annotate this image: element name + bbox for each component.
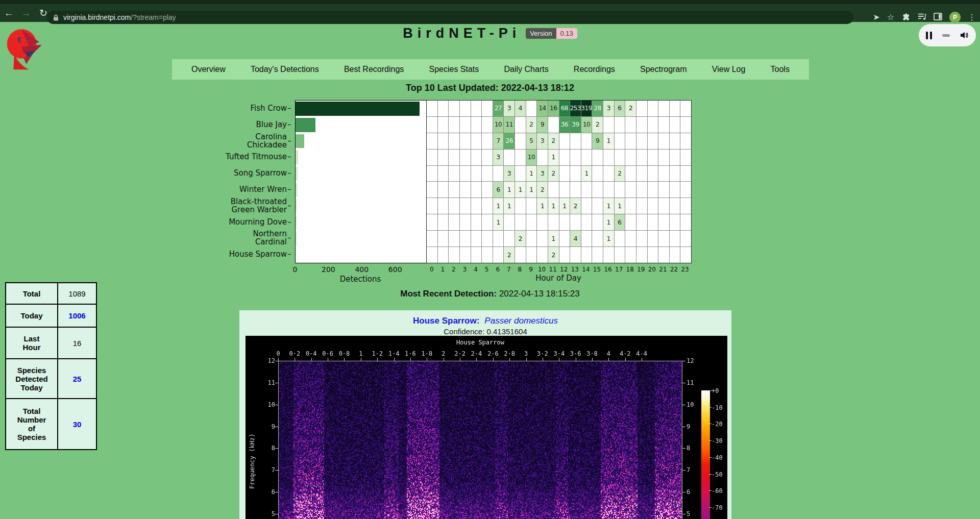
spectrogram-time-tick-mark (543, 358, 543, 361)
main-nav: OverviewToday's DetectionsBest Recording… (172, 59, 809, 80)
volume-icon[interactable] (960, 31, 969, 39)
nav-item-best-recordings[interactable]: Best Recordings (344, 65, 404, 74)
send-icon[interactable]: ➤ (873, 13, 879, 21)
heatmap-cell (460, 247, 471, 263)
heatmap-cell (438, 166, 449, 182)
stats-value[interactable]: 30 (58, 399, 96, 450)
nav-item-spectrogram[interactable]: Spectrogram (640, 65, 687, 74)
heatmap-cell: 6 (615, 101, 625, 116)
heatmap-cell: 1 (548, 150, 559, 165)
heatmap-cell (449, 101, 459, 116)
address-bar[interactable]: virginia.birdnetpi.com/?stream=play (47, 11, 853, 24)
heatmap-cell (570, 247, 581, 263)
heatmap-cell (592, 214, 603, 230)
detections-bar (296, 215, 297, 230)
spectrogram-time-tick: 1·2 (372, 350, 383, 357)
nav-item-recordings[interactable]: Recordings (574, 65, 615, 74)
heatmap-cell (625, 150, 636, 165)
nav-item-species-stats[interactable]: Species Stats (429, 65, 479, 74)
nav-item-tools[interactable]: Tools (771, 65, 790, 74)
spectrogram-time-tick-mark (642, 358, 642, 361)
heatmap-cell: 14 (537, 101, 548, 116)
audio-player[interactable] (919, 24, 976, 46)
heatmap-cell (570, 214, 581, 230)
media-controls-icon[interactable] (917, 12, 926, 22)
extensions-puzzle-icon[interactable] (901, 12, 910, 22)
seek-handle[interactable] (942, 34, 950, 37)
most-recent-value: 2022-04-13 18:15:23 (499, 289, 580, 299)
heatmap-cell (537, 214, 548, 230)
heatmap-cell (592, 182, 603, 197)
heatmap-cell: 3 (504, 166, 514, 182)
colorbar-tick: -60 (712, 487, 723, 495)
back-icon[interactable]: ← (0, 8, 17, 19)
heatmap-cell (460, 231, 471, 246)
spectrogram-time-tick-mark (460, 358, 460, 361)
spectrogram-time-tick-mark (427, 358, 427, 361)
heatmap-cell: 2 (526, 117, 537, 133)
heatmap-cell (438, 182, 449, 197)
species-label: Black-throated Green Warbler (159, 197, 287, 214)
heatmap-cell (482, 133, 493, 149)
heatmap-cell: 1 (548, 231, 559, 246)
nav-item-overview[interactable]: Overview (191, 65, 226, 74)
heatmap-cell (438, 247, 449, 263)
heatmap-cell (625, 182, 636, 197)
heatmap-cell (615, 182, 625, 197)
stats-table: Total1089Today1006Last Hour16Species Det… (5, 282, 97, 450)
profile-avatar[interactable]: P (949, 12, 961, 23)
colorbar-tick: -10 (712, 404, 723, 411)
heatmap-cell (648, 182, 658, 197)
spectrogram-colorbar (701, 390, 710, 519)
heatmap-cell (680, 247, 691, 263)
nav-item-view-log[interactable]: View Log (712, 65, 746, 74)
detection-confidence: Confidence: 0.41351604 (239, 327, 731, 336)
heatmap-cell (581, 198, 592, 214)
stats-value[interactable]: 1006 (58, 304, 96, 327)
bookmark-star-icon[interactable]: ☆ (887, 13, 894, 21)
pause-icon[interactable] (926, 32, 932, 39)
heatmap-cell (658, 182, 669, 197)
hour-x-tick: 11 (549, 266, 557, 273)
browser-menu-icon[interactable]: ⋮ (968, 13, 976, 21)
hour-x-tick: 1 (441, 266, 445, 273)
heatmap-cell: 2 (615, 166, 625, 182)
freq-tick-mark (275, 361, 278, 361)
nav-item-today-s-detections[interactable]: Today's Detections (251, 65, 319, 74)
heatmap-cell: 2 (504, 247, 514, 263)
stats-label: Total Number of Species (6, 399, 58, 450)
heatmap-cell (471, 150, 482, 165)
forward-icon[interactable]: → (17, 8, 35, 19)
heatmap-cell (570, 133, 581, 149)
detections-bar (296, 134, 304, 149)
heatmap-cell (648, 117, 658, 133)
heatmap-cell (592, 247, 603, 263)
heatmap-cell (581, 231, 592, 246)
side-panel-icon[interactable] (934, 13, 942, 22)
heatmap-cell: 2 (515, 231, 526, 246)
heatmap-cell (449, 198, 459, 214)
bar-x-tick: 0 (293, 265, 298, 274)
freq-tick-mark (275, 383, 278, 383)
spectrogram-freq-tick-left: 11 (264, 379, 275, 386)
freq-tick-mark (682, 361, 685, 361)
detection-species-link[interactable]: House Sparrow: (413, 316, 479, 326)
stats-value[interactable]: 25 (58, 359, 96, 399)
heatmap-cell (636, 182, 647, 197)
heatmap-cell: 27 (493, 101, 504, 116)
heatmap-cell: 3 (603, 101, 614, 116)
heatmap-cell (482, 231, 493, 246)
freq-tick-mark (275, 427, 278, 427)
heatmap-cell: 3 (504, 101, 514, 116)
heatmap-cell (438, 117, 449, 133)
heatmap-cell: 319 (581, 101, 592, 116)
heatmap-cell (559, 247, 570, 263)
heatmap-cell (460, 214, 471, 230)
nav-item-daily-charts[interactable]: Daily Charts (504, 65, 549, 74)
spectrogram-freq-tick-right: 10 (687, 401, 694, 408)
heatmap-cell: 1 (493, 214, 504, 230)
heatmap-cell: 9 (592, 133, 603, 149)
hour-x-tick: 19 (637, 266, 645, 273)
spectrogram-freq-tick-right: 7 (687, 466, 690, 474)
heatmap-cell (648, 166, 658, 182)
